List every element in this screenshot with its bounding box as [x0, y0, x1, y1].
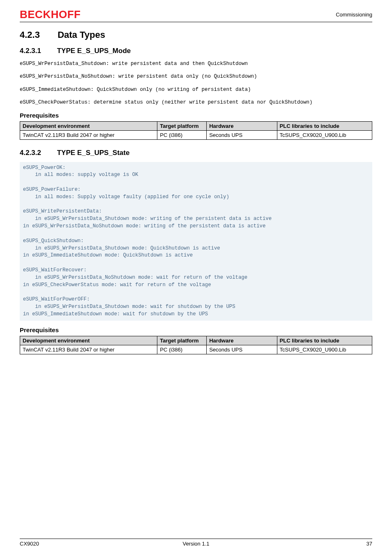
state-code-block: eSUPS_PowerOK: in all modes: supply volt… [20, 162, 372, 321]
td-environment: TwinCAT v2.11R3 Build 2047 or higher [20, 130, 157, 139]
page-header: BECKHOFF Commissioning [20, 8, 372, 22]
th-platform: Target plat­form [157, 336, 207, 345]
prerequisites-table-state: Development environment Target plat­form… [20, 336, 372, 354]
td-environment: TwinCAT v2.11R3 Build 2047 or higher [20, 345, 157, 354]
header-section-label: Commissioning [336, 12, 372, 18]
heading-number: 4.2.3 [20, 30, 55, 40]
heading-ups-mode: 4.2.3.1 TYPE E_S_UPS_Mode [20, 47, 372, 55]
mode-line-3: eSUPS_ImmediateShutdown: QuickShutdown o… [20, 86, 372, 94]
td-libraries: TcSUPS_CX9020_U900.Lib [277, 345, 372, 354]
table-header-row: Development environment Target plat­form… [20, 336, 372, 345]
heading-text: TYPE E_S_UPS_State [57, 149, 130, 157]
td-libraries: TcSUPS_CX9020_U900.Lib [277, 130, 372, 139]
th-platform: Target plat­form [157, 121, 207, 130]
table-header-row: Development environment Target plat­form… [20, 121, 372, 130]
th-environment: Development environment [20, 121, 157, 130]
page-footer: CX9020 Version 1.1 37 [20, 539, 372, 547]
heading-data-types: 4.2.3 Data Types [20, 30, 372, 40]
heading-text: TYPE E_S_UPS_Mode [57, 47, 131, 55]
td-platform: PC (i386) [157, 345, 207, 354]
brand-logo: BECKHOFF [20, 8, 81, 21]
prerequisites-heading: Prerequisites [20, 326, 372, 333]
prerequisites-table-mode: Development environment Target plat­form… [20, 121, 372, 140]
table-row: TwinCAT v2.11R3 Build 2047 or higher PC … [20, 130, 372, 139]
prerequisites-heading: Prerequisites [20, 112, 372, 119]
td-hardware: Seconds UPS [207, 345, 277, 354]
table-row: TwinCAT v2.11R3 Build 2047 or higher PC … [20, 345, 372, 354]
footer-page-number: 37 [367, 541, 372, 547]
heading-number: 4.2.3.2 [20, 149, 55, 157]
mode-line-2: eSUPS_WrPersistData_NoShutdown: write pe… [20, 73, 372, 81]
footer-center: Version 1.1 [20, 541, 372, 547]
mode-line-4: eSUPS_CheckPowerStatus: determine status… [20, 99, 372, 106]
th-environment: Development environment [20, 336, 157, 345]
heading-ups-state: 4.2.3.2 TYPE E_S_UPS_State [20, 149, 372, 157]
td-hardware: Seconds UPS [207, 130, 277, 139]
th-hardware: Hardware [207, 121, 277, 130]
th-hardware: Hardware [207, 336, 277, 345]
th-libraries: PLC libraries to include [277, 336, 372, 345]
heading-number: 4.2.3.1 [20, 47, 55, 55]
footer-left: CX9020 [20, 541, 39, 547]
th-libraries: PLC libraries to include [277, 121, 372, 130]
td-platform: PC (i386) [157, 130, 207, 139]
mode-line-1: eSUPS_WrPersistData_Shutdown: write pers… [20, 60, 372, 68]
heading-text: Data Types [58, 30, 105, 40]
